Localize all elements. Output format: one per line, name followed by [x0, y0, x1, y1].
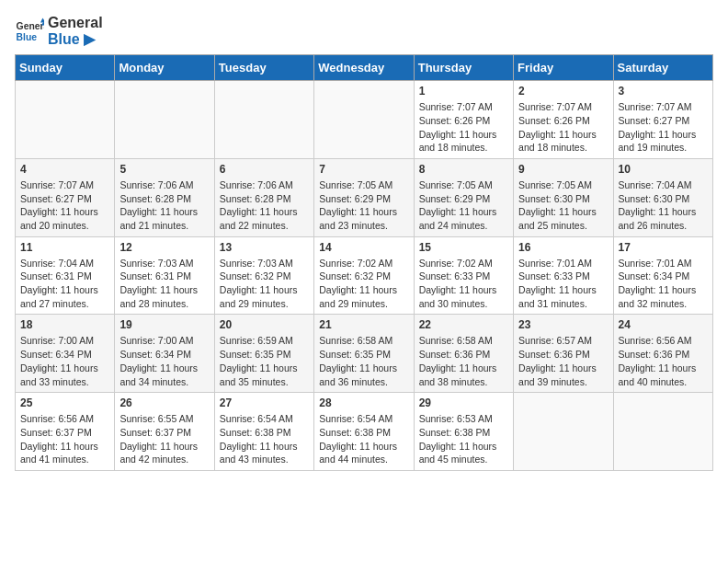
logo-icon: General Blue [15, 17, 44, 46]
calendar-cell [514, 393, 613, 471]
day-info: Sunrise: 6:53 AM Sunset: 6:38 PM Dayligh… [419, 412, 508, 466]
day-header-saturday: Saturday [613, 55, 712, 81]
day-info: Sunrise: 7:07 AM Sunset: 6:26 PM Dayligh… [518, 100, 608, 155]
calendar-cell: 6Sunrise: 7:06 AM Sunset: 6:28 PM Daylig… [214, 158, 313, 236]
day-number: 22 [419, 318, 508, 331]
day-number: 28 [319, 396, 408, 409]
day-number: 15 [419, 241, 508, 254]
day-header-thursday: Thursday [414, 55, 513, 81]
day-header-sunday: Sunday [16, 55, 115, 81]
calendar-cell [214, 81, 313, 159]
calendar-cell: 21Sunrise: 6:58 AM Sunset: 6:35 PM Dayli… [314, 315, 414, 393]
day-number: 11 [20, 241, 109, 254]
calendar-cell: 8Sunrise: 7:05 AM Sunset: 6:29 PM Daylig… [414, 158, 513, 236]
day-number: 18 [20, 318, 109, 331]
day-info: Sunrise: 7:05 AM Sunset: 6:30 PM Dayligh… [518, 178, 608, 233]
day-number: 13 [220, 241, 309, 254]
calendar-cell: 25Sunrise: 6:56 AM Sunset: 6:37 PM Dayli… [16, 393, 115, 471]
day-header-tuesday: Tuesday [214, 55, 313, 81]
day-info: Sunrise: 7:07 AM Sunset: 6:26 PM Dayligh… [419, 100, 508, 155]
page-header: General Blue General Blue ▶ [15, 15, 713, 47]
day-header-monday: Monday [115, 55, 214, 81]
day-number: 26 [119, 396, 209, 409]
calendar-cell: 27Sunrise: 6:54 AM Sunset: 6:38 PM Dayli… [214, 393, 313, 471]
day-number: 29 [419, 396, 508, 409]
day-number: 10 [619, 163, 708, 176]
day-number: 8 [419, 163, 508, 176]
calendar-cell: 23Sunrise: 6:57 AM Sunset: 6:36 PM Dayli… [514, 315, 613, 393]
calendar-cell: 20Sunrise: 6:59 AM Sunset: 6:35 PM Dayli… [214, 315, 313, 393]
svg-marker-2 [40, 17, 44, 22]
day-info: Sunrise: 6:58 AM Sunset: 6:35 PM Dayligh… [319, 334, 408, 388]
day-info: Sunrise: 7:02 AM Sunset: 6:32 PM Dayligh… [319, 257, 408, 311]
week-row-3: 18Sunrise: 7:00 AM Sunset: 6:34 PM Dayli… [16, 315, 713, 393]
day-number: 5 [119, 163, 209, 176]
day-number: 14 [319, 241, 408, 254]
week-row-2: 11Sunrise: 7:04 AM Sunset: 6:31 PM Dayli… [16, 236, 713, 315]
day-header-wednesday: Wednesday [314, 55, 414, 81]
calendar-cell: 24Sunrise: 6:56 AM Sunset: 6:36 PM Dayli… [613, 315, 712, 393]
calendar-cell: 19Sunrise: 7:00 AM Sunset: 6:34 PM Dayli… [115, 315, 214, 393]
day-number: 6 [220, 163, 309, 176]
svg-text:General: General [17, 21, 44, 31]
calendar-cell [613, 393, 712, 471]
day-info: Sunrise: 6:57 AM Sunset: 6:36 PM Dayligh… [518, 334, 608, 388]
day-number: 2 [518, 85, 608, 98]
calendar-cell: 10Sunrise: 7:04 AM Sunset: 6:30 PM Dayli… [613, 158, 712, 236]
day-number: 17 [619, 241, 708, 254]
calendar-cell: 17Sunrise: 7:01 AM Sunset: 6:34 PM Dayli… [613, 236, 712, 315]
day-number: 9 [518, 163, 608, 176]
calendar-cell: 15Sunrise: 7:02 AM Sunset: 6:33 PM Dayli… [414, 236, 513, 315]
calendar-cell: 2Sunrise: 7:07 AM Sunset: 6:26 PM Daylig… [514, 81, 613, 159]
day-info: Sunrise: 7:01 AM Sunset: 6:33 PM Dayligh… [518, 257, 608, 311]
calendar-cell: 1Sunrise: 7:07 AM Sunset: 6:26 PM Daylig… [414, 81, 513, 159]
days-header-row: SundayMondayTuesdayWednesdayThursdayFrid… [16, 55, 713, 81]
day-number: 24 [619, 318, 708, 331]
day-number: 16 [518, 241, 608, 254]
day-info: Sunrise: 6:55 AM Sunset: 6:37 PM Dayligh… [119, 412, 209, 466]
calendar-cell: 13Sunrise: 7:03 AM Sunset: 6:32 PM Dayli… [214, 236, 313, 315]
day-info: Sunrise: 6:56 AM Sunset: 6:36 PM Dayligh… [619, 334, 708, 388]
svg-text:Blue: Blue [17, 31, 38, 41]
day-info: Sunrise: 7:06 AM Sunset: 6:28 PM Dayligh… [119, 178, 209, 233]
calendar-cell: 9Sunrise: 7:05 AM Sunset: 6:30 PM Daylig… [514, 158, 613, 236]
day-info: Sunrise: 6:59 AM Sunset: 6:35 PM Dayligh… [220, 334, 309, 388]
calendar-cell: 26Sunrise: 6:55 AM Sunset: 6:37 PM Dayli… [115, 393, 214, 471]
day-info: Sunrise: 7:00 AM Sunset: 6:34 PM Dayligh… [119, 334, 209, 388]
calendar-cell: 28Sunrise: 6:54 AM Sunset: 6:38 PM Dayli… [314, 393, 414, 471]
day-number: 20 [220, 318, 309, 331]
day-number: 7 [319, 163, 408, 176]
day-info: Sunrise: 7:06 AM Sunset: 6:28 PM Dayligh… [220, 178, 309, 233]
calendar-cell: 16Sunrise: 7:01 AM Sunset: 6:33 PM Dayli… [514, 236, 613, 315]
day-info: Sunrise: 7:02 AM Sunset: 6:33 PM Dayligh… [419, 257, 508, 311]
day-info: Sunrise: 7:05 AM Sunset: 6:29 PM Dayligh… [419, 178, 508, 233]
calendar-cell: 18Sunrise: 7:00 AM Sunset: 6:34 PM Dayli… [16, 315, 115, 393]
day-info: Sunrise: 7:01 AM Sunset: 6:34 PM Dayligh… [619, 257, 708, 311]
day-number: 1 [419, 85, 508, 98]
logo-blue: Blue ▶ [48, 31, 103, 48]
day-info: Sunrise: 6:58 AM Sunset: 6:36 PM Dayligh… [419, 334, 508, 388]
calendar-cell: 14Sunrise: 7:02 AM Sunset: 6:32 PM Dayli… [314, 236, 414, 315]
day-info: Sunrise: 6:54 AM Sunset: 6:38 PM Dayligh… [220, 412, 309, 466]
day-info: Sunrise: 7:04 AM Sunset: 6:31 PM Dayligh… [20, 257, 109, 311]
day-info: Sunrise: 7:03 AM Sunset: 6:31 PM Dayligh… [119, 257, 209, 311]
day-number: 12 [119, 241, 209, 254]
calendar-table: SundayMondayTuesdayWednesdayThursdayFrid… [15, 54, 713, 471]
day-number: 27 [220, 396, 309, 409]
calendar-cell: 5Sunrise: 7:06 AM Sunset: 6:28 PM Daylig… [115, 158, 214, 236]
day-info: Sunrise: 6:54 AM Sunset: 6:38 PM Dayligh… [319, 412, 408, 466]
day-number: 23 [518, 318, 608, 331]
calendar-cell [16, 81, 115, 159]
calendar-cell: 3Sunrise: 7:07 AM Sunset: 6:27 PM Daylig… [613, 81, 712, 159]
calendar-cell: 29Sunrise: 6:53 AM Sunset: 6:38 PM Dayli… [414, 393, 513, 471]
logo: General Blue General Blue ▶ [15, 15, 103, 47]
calendar-cell: 4Sunrise: 7:07 AM Sunset: 6:27 PM Daylig… [16, 158, 115, 236]
day-info: Sunrise: 7:04 AM Sunset: 6:30 PM Dayligh… [619, 178, 708, 233]
calendar-cell: 11Sunrise: 7:04 AM Sunset: 6:31 PM Dayli… [16, 236, 115, 315]
day-info: Sunrise: 7:00 AM Sunset: 6:34 PM Dayligh… [20, 334, 109, 388]
day-number: 3 [619, 85, 708, 98]
week-row-1: 4Sunrise: 7:07 AM Sunset: 6:27 PM Daylig… [16, 158, 713, 236]
week-row-0: 1Sunrise: 7:07 AM Sunset: 6:26 PM Daylig… [16, 81, 713, 159]
calendar-cell [115, 81, 214, 159]
day-info: Sunrise: 7:03 AM Sunset: 6:32 PM Dayligh… [220, 257, 309, 311]
